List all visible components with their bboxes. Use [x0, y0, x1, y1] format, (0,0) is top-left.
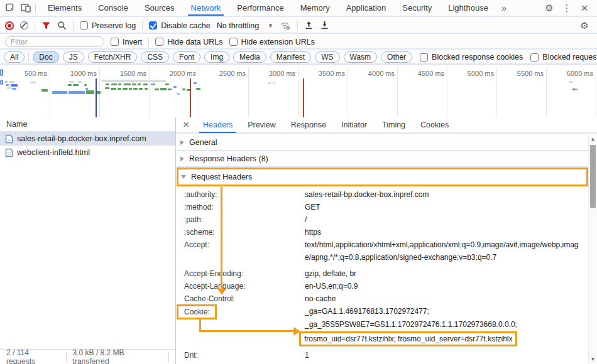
filter-pill[interactable]: JS — [63, 51, 84, 63]
settings-gear-icon[interactable]: ⚙ — [542, 1, 557, 16]
scroll-down-icon[interactable]: ▼ — [589, 355, 597, 364]
gridline — [50, 67, 50, 117]
waterfall-bar — [196, 88, 200, 90]
close-details-icon[interactable]: × — [177, 117, 195, 132]
main-tab[interactable]: Security — [394, 0, 440, 16]
close-devtools-icon[interactable]: × — [577, 1, 592, 16]
filter-pill[interactable]: Media — [233, 51, 266, 63]
divider — [35, 3, 36, 13]
time-tick-label: 2000 ms — [152, 70, 196, 77]
hide-extension-urls-checkbox[interactable]: Hide extension URLs — [229, 38, 315, 46]
blocked-response-cookies-checkbox[interactable]: Blocked response cookies — [420, 53, 523, 62]
resource-type-filter-bar: All Doc JS Fetch/XHR CSS Font Img Media … — [0, 51, 597, 65]
disable-cache-checkbox[interactable]: Disable cache — [149, 21, 211, 30]
main-tab[interactable]: Elements — [40, 0, 90, 16]
time-tick-label: 1500 ms — [102, 70, 146, 77]
network-conditions-icon[interactable] — [280, 21, 291, 30]
filter-pill[interactable]: Img — [204, 51, 229, 63]
filter-pill[interactable]: Font — [173, 51, 200, 63]
network-status-bar: 2 / 114 requests 3.0 kB / 8.2 MB transfe… — [0, 349, 175, 364]
kebab-menu-icon[interactable]: ⋮ — [559, 1, 574, 16]
filter-pill[interactable]: Other — [381, 51, 412, 63]
toggle-device-toolbar-icon[interactable] — [20, 3, 31, 13]
details-scrollbar[interactable]: ▲ ▼ — [588, 135, 597, 364]
cookie-value-line: _ga_35S5PSW8E7=GS1.1.1702972476.1.1.1702… — [305, 318, 583, 331]
waterfall-bar — [576, 88, 578, 90]
filter-pill[interactable]: Wasm — [344, 51, 378, 63]
main-tab[interactable]: Lighthouse — [440, 0, 496, 16]
waterfall-bar — [68, 84, 72, 86]
gridline — [496, 67, 497, 117]
hide-data-urls-checkbox[interactable]: Hide data URLs — [155, 38, 222, 46]
gridline — [149, 67, 150, 117]
waterfall-bar — [9, 81, 14, 83]
waterfall-bar — [52, 91, 67, 94]
import-har-icon[interactable] — [304, 21, 314, 30]
waterfall-bar — [182, 88, 185, 90]
section-general[interactable]: General — [177, 135, 588, 151]
record-network-log-icon[interactable] — [5, 21, 14, 30]
main-tab[interactable]: Network — [183, 0, 229, 16]
scroll-up-icon[interactable]: ▲ — [589, 135, 597, 144]
details-tab[interactable]: Timing — [375, 117, 413, 132]
search-icon[interactable] — [57, 21, 67, 30]
request-row[interactable]: sales-retail-bp.docker-box.inpref.com — [0, 132, 175, 146]
waterfall-bar — [68, 91, 85, 94]
main-tab[interactable]: Application — [338, 0, 395, 16]
details-tabbar: × Headers Preview Response Initiator Tim… — [177, 117, 597, 134]
filter-input[interactable] — [5, 36, 104, 47]
filter-pill[interactable]: CSS — [141, 51, 169, 63]
details-tab[interactable]: Cookies — [413, 117, 456, 132]
section-request-headers annotation-box[interactable]: Request Headers — [177, 168, 588, 186]
export-har-icon[interactable] — [320, 21, 329, 30]
time-tick-label: 500 ms — [3, 70, 47, 77]
waterfall-bar — [111, 88, 116, 90]
waterfall-bar — [569, 81, 573, 83]
name-column-header[interactable]: Name — [0, 117, 175, 132]
filter-pill[interactable]: WS — [315, 51, 339, 63]
timeline-overview[interactable]: 500 ms1000 ms1500 ms2000 ms2500 ms3000 m… — [0, 67, 597, 117]
overview-drag-handle[interactable] — [0, 80, 3, 85]
gridline — [447, 67, 447, 117]
inspect-element-icon[interactable] — [5, 3, 16, 13]
requests-pane: Name sales-retail-bp.docker-box.inpref.c… — [0, 117, 176, 364]
section-response-headers[interactable]: Response Headers (8) — [177, 151, 588, 168]
waterfall-bar — [30, 82, 36, 83]
invert-checkbox[interactable]: Invert — [111, 38, 142, 46]
filter-funnel-icon[interactable] — [41, 21, 51, 30]
network-settings-gear-icon[interactable]: ⚙ — [577, 18, 592, 33]
throttling-select[interactable]: No throttling ▼ — [217, 21, 273, 30]
preserve-log-checkbox[interactable]: Preserve log — [80, 21, 136, 30]
gridline — [248, 67, 249, 117]
clear-network-log-icon[interactable] — [20, 21, 28, 29]
filter-pill-all[interactable]: All — [4, 51, 25, 63]
filter-pill[interactable]: Manifest — [270, 51, 311, 63]
checkbox-unchecked[interactable] — [80, 21, 88, 29]
filter-pill[interactable]: Doc — [33, 51, 58, 63]
main-tab[interactable]: Sources — [136, 0, 183, 16]
details-tab[interactable]: Response — [283, 117, 334, 132]
filter-pill[interactable]: Fetch/XHR — [88, 51, 138, 63]
overview-drag-handle[interactable] — [0, 69, 3, 76]
blocked-requests-checkbox[interactable]: Blocked requests — [530, 53, 597, 62]
main-tab[interactable]: Memory — [292, 0, 338, 16]
details-tab[interactable]: Preview — [240, 117, 283, 132]
waterfall-bar — [143, 83, 148, 85]
waterfall-bar — [41, 89, 48, 92]
details-tab[interactable]: Headers — [195, 117, 240, 132]
gridline — [348, 67, 348, 117]
time-tick-label: 5500 ms — [500, 70, 544, 77]
main-tab[interactable]: Performance — [229, 0, 292, 16]
header-row: Dnt:1 — [177, 349, 588, 361]
annotation-arrow-line — [221, 187, 222, 289]
main-tab[interactable]: Console — [90, 0, 136, 16]
request-name: webclient-infield.html — [17, 148, 90, 157]
request-row[interactable]: webclient-infield.html — [0, 146, 175, 159]
main-tabbar: Elements Console Sources Network Perform… — [0, 0, 597, 17]
more-tabs-icon[interactable]: » — [496, 3, 510, 13]
waterfall-bar — [173, 86, 177, 88]
checkbox-checked[interactable] — [149, 21, 157, 29]
details-tab[interactable]: Initiator — [334, 117, 375, 132]
waterfall-bar — [11, 84, 18, 87]
scrollbar-thumb[interactable] — [590, 145, 596, 208]
